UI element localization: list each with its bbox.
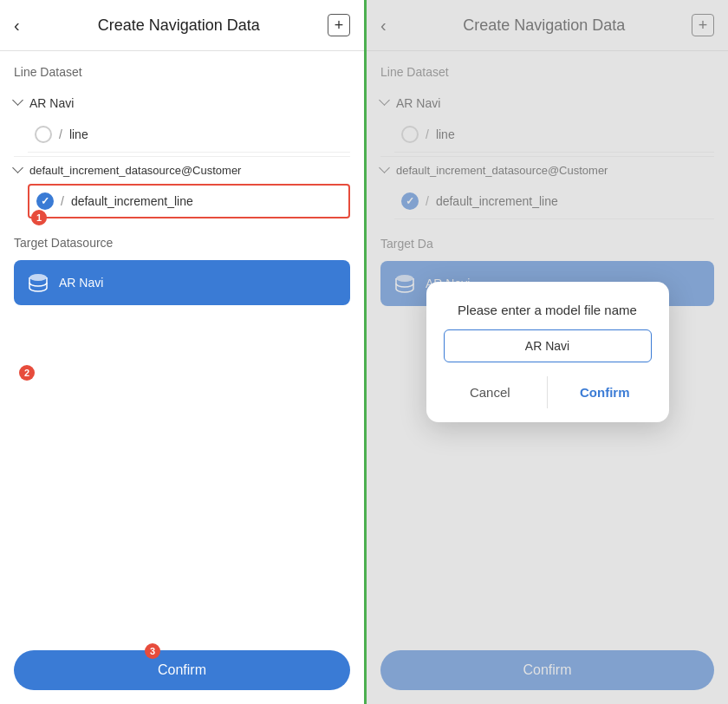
target-section-left: Target Datasource AR Navi	[14, 236, 350, 305]
dialog-confirm-button[interactable]: Confirm	[558, 376, 652, 408]
slash-icon2-left: /	[61, 194, 64, 208]
left-panel: ‹ Create Navigation Data + Line Dataset …	[0, 0, 364, 704]
default-items-left: / default_increment_line	[14, 184, 350, 218]
dialog-input[interactable]	[444, 329, 652, 362]
left-content: Line Dataset AR Navi / line default_incr…	[0, 51, 364, 636]
left-footer: Confirm	[0, 636, 364, 704]
left-title: Create Navigation Data	[30, 16, 328, 35]
group-ar-navi-header-left[interactable]: AR Navi	[14, 89, 350, 117]
chevron-ar-navi-left	[14, 98, 24, 108]
radio-line-left[interactable]	[35, 126, 52, 143]
chevron-default-left	[14, 166, 24, 176]
target-item-left[interactable]: AR Navi	[14, 260, 350, 305]
line-label-left: line	[69, 127, 88, 141]
dialog-cancel-button[interactable]: Cancel	[444, 376, 537, 408]
confirm-button-left[interactable]: Confirm	[14, 650, 350, 690]
badge-2: 2	[19, 365, 35, 381]
group-default-label-left: default_increment_datasource@Customer	[29, 164, 241, 177]
group-ar-navi-label-left: AR Navi	[29, 96, 74, 110]
db-icon-left	[26, 271, 50, 295]
slash-icon-left: /	[59, 127, 62, 141]
check-default-line-left[interactable]	[36, 192, 54, 210]
back-button-left[interactable]: ‹	[14, 16, 20, 36]
right-panel: ‹ Create Navigation Data + Line Dataset …	[364, 0, 728, 704]
add-button-left[interactable]: +	[328, 14, 350, 36]
group-default-header-left[interactable]: default_increment_datasource@Customer	[14, 156, 350, 184]
dialog-button-divider	[547, 376, 548, 408]
ar-navi-items-left: / line	[14, 117, 350, 153]
list-item[interactable]: / default_increment_line	[28, 184, 350, 218]
badge-1: 1	[31, 210, 47, 225]
line-dataset-label-left: Line Dataset	[14, 65, 350, 79]
svg-point-0	[29, 274, 47, 281]
left-header: ‹ Create Navigation Data +	[0, 0, 364, 51]
target-label-left: Target Datasource	[14, 236, 350, 250]
default-line-label-left: default_increment_line	[71, 194, 193, 208]
dialog-box: Please enter a model file name Cancel Co…	[426, 282, 669, 422]
group-default-left: default_increment_datasource@Customer / …	[14, 156, 350, 218]
dialog-title: Please enter a model file name	[444, 303, 652, 317]
list-item[interactable]: / line	[28, 117, 350, 153]
target-item-label-left: AR Navi	[59, 276, 103, 290]
dialog-overlay: Please enter a model file name Cancel Co…	[367, 0, 728, 704]
group-ar-navi-left: AR Navi / line	[14, 89, 350, 153]
badge-3: 3	[145, 643, 160, 659]
dialog-buttons: Cancel Confirm	[444, 376, 652, 408]
